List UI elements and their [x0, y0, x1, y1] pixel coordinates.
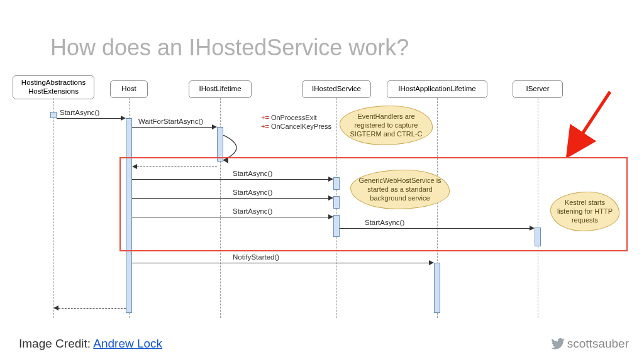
- note-cloud: EventHandlers are registered to capture …: [340, 106, 433, 145]
- arrow-head-icon: [121, 116, 126, 121]
- arrow: [58, 308, 126, 309]
- participant-label: Host: [121, 85, 136, 92]
- arrow: [132, 127, 216, 128]
- participant-hosting-abstractions: HostingAbstractions HostExtensions: [13, 75, 94, 99]
- activation-bar: [434, 263, 440, 313]
- participant-label: HostingAbstractions HostExtensions: [21, 79, 86, 95]
- activation-bar: [217, 127, 223, 162]
- arrow-head-icon: [53, 305, 58, 310]
- plus-equals: +=: [261, 114, 269, 121]
- participant-label: IServer: [526, 85, 549, 92]
- participant-label: IHostedService: [312, 85, 361, 92]
- event-handlers-text: += OnProcessExit += OnCancelKeyPress: [261, 113, 331, 131]
- participant-ihostlifetime: IHostLifetime: [189, 80, 252, 98]
- message-label: StartAsync(): [60, 109, 99, 116]
- page-title: How does an IHostedService work?: [50, 35, 409, 61]
- note-text: EventHandlers are registered to capture …: [350, 112, 423, 138]
- credit-label: Image Credit:: [19, 337, 93, 350]
- sequence-diagram: HostingAbstractions HostExtensions Host …: [13, 75, 631, 321]
- participant-label: IHostApplicationLifetime: [398, 85, 475, 92]
- arrow-head-icon: [212, 124, 217, 129]
- credit-link[interactable]: Andrew Lock: [93, 337, 162, 350]
- participant-ihostapplicationlifetime: IHostApplicationLifetime: [387, 80, 487, 98]
- message-label: NotifyStarted(): [233, 253, 279, 261]
- highlight-box: [119, 157, 628, 251]
- social-handle: scottsauber: [551, 337, 629, 351]
- arrow-head-icon: [429, 260, 434, 265]
- participant-label: IHostLifetime: [199, 85, 241, 92]
- handle-text: scottsauber: [567, 337, 629, 351]
- participant-ihostedservice: IHostedService: [302, 80, 371, 98]
- event-name: OnProcessExit: [271, 114, 317, 121]
- svg-line-2: [571, 92, 610, 151]
- participant-iserver: IServer: [513, 80, 563, 98]
- twitter-icon: [551, 338, 565, 349]
- arrow: [57, 118, 125, 119]
- image-credit: Image Credit: Andrew Lock: [19, 337, 162, 351]
- participant-host: Host: [110, 80, 148, 98]
- message-label: WaitForStartAsync(): [138, 118, 203, 125]
- activation-bar: [50, 112, 57, 118]
- lifeline: [53, 98, 54, 318]
- plus-equals: +=: [261, 123, 269, 130]
- arrow: [132, 263, 433, 263]
- event-name: OnCancelKeyPress: [271, 123, 331, 130]
- red-arrow-icon: [565, 88, 615, 157]
